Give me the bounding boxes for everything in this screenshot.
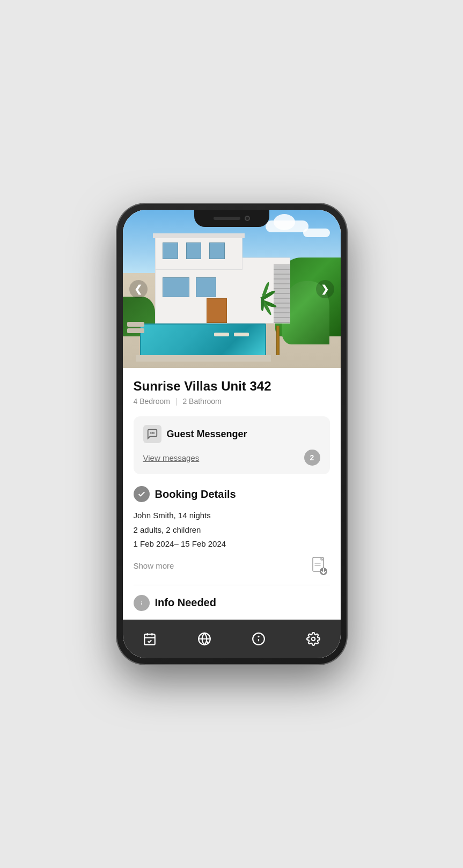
info-header: Info Needed [134,595,330,611]
villa-upper-window-1 [163,242,178,259]
messenger-icon [143,425,161,443]
messenger-row: View messages 2 [143,450,320,466]
divider [134,585,330,585]
booking-section: Booking Details John Smith, 14 nights 2 … [134,486,330,585]
show-more-button[interactable]: Show more [134,561,174,570]
gear-icon [306,632,320,646]
phone-screen: ❮ ❯ Sunrise Villas Unit 342 4 Bedroom | … [123,210,341,658]
palm-fronds [261,292,288,308]
cloud-1 [266,220,308,232]
messenger-title: Guest Messenger [167,429,247,440]
message-badge: 2 [304,450,320,466]
booking-check-icon [134,486,150,502]
info-nav-icon [252,632,266,646]
lounger-3 [214,333,229,336]
booking-line-2: 2 adults, 2 children [134,524,330,536]
speaker [214,217,240,220]
villa-upper-window-2 [186,242,202,259]
nav-settings[interactable] [286,632,341,646]
nav-web[interactable] [177,632,232,646]
nav-booking[interactable] [123,632,178,646]
main-content: Sunrise Villas Unit 342 4 Bedroom | 2 Ba… [123,368,341,620]
booking-header: Booking Details [134,486,330,502]
prev-arrow[interactable]: ❮ [129,280,148,298]
property-subtitle: 4 Bedroom | 2 Bathroom [134,397,330,406]
pool [140,323,266,358]
pdf-download-button[interactable] [310,556,330,576]
svg-rect-11 [145,634,156,645]
booking-title: Booking Details [155,488,236,501]
bedrooms: 4 Bedroom [134,397,170,406]
screen-content: ❮ ❯ Sunrise Villas Unit 342 4 Bedroom | … [123,210,341,658]
lounger-2 [127,328,144,333]
globe-icon [197,632,211,646]
villa-roof-line [153,233,245,238]
nav-info[interactable] [232,632,286,646]
villa-window-2 [196,277,216,297]
pool-deck [136,355,271,362]
chat-icon [146,428,158,440]
calendar-icon [143,632,157,646]
phone-device: ❮ ❯ Sunrise Villas Unit 342 4 Bedroom | … [116,203,347,665]
info-svg [137,599,146,607]
palm-trunk [276,326,280,355]
hero-image: ❮ ❯ [123,210,341,368]
booking-lines: John Smith, 14 nights 2 adults, 2 childr… [134,510,330,550]
villa-window-1 [163,277,189,297]
check-svg [137,490,146,498]
info-title: Info Needed [155,597,216,609]
villa-upper [155,235,242,270]
info-section: Info Needed [134,595,330,611]
booking-line-1: John Smith, 14 nights [134,510,330,522]
villa-door [207,298,226,323]
camera [245,216,250,221]
phone-notch [194,210,269,227]
bathrooms: 2 Bathroom [182,397,221,406]
view-messages-link[interactable]: View messages [143,453,200,462]
booking-line-3: 1 Feb 2024– 15 Feb 2024 [134,538,330,550]
messenger-header: Guest Messenger [143,425,320,443]
bottom-nav [123,620,341,658]
messenger-card: Guest Messenger View messages 2 [134,416,330,474]
lounger-4 [234,333,249,336]
frond-5 [261,298,264,311]
info-icon [134,595,150,611]
next-arrow[interactable]: ❯ [316,280,334,298]
show-more-row: Show more [134,556,330,576]
svg-point-20 [312,637,315,641]
lounger-1 [127,322,144,327]
cloud-2 [303,229,330,237]
villa-upper-window-3 [209,242,225,259]
property-title: Sunrise Villas Unit 342 [134,379,330,394]
pdf-icon-svg [312,557,328,575]
separator: | [175,397,178,406]
